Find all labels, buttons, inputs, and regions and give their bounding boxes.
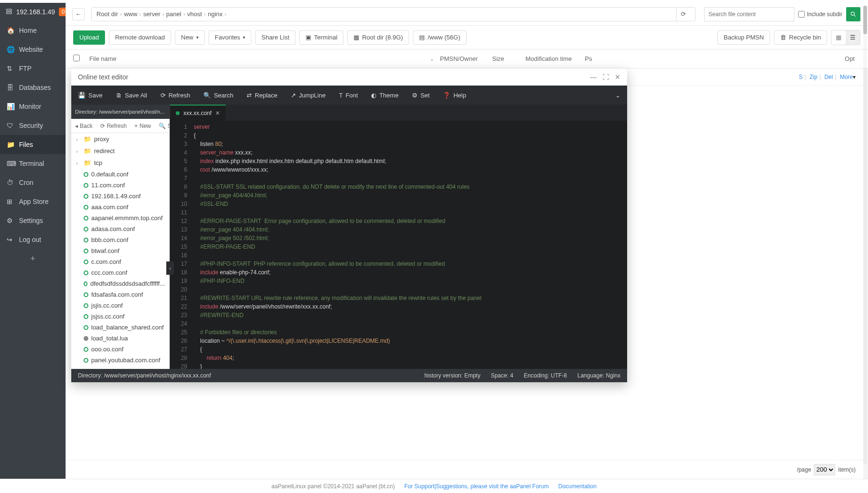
editor-replace-button[interactable]: ⇄Replace: [240, 86, 284, 105]
sidebar-item-databases[interactable]: 🗄Databases: [0, 78, 66, 97]
status-encoding[interactable]: Encoding: UTF-8: [524, 372, 567, 379]
sidebar-item-security[interactable]: 🛡Security: [0, 116, 66, 135]
tree-file[interactable]: fdsafasfa.com.conf: [71, 289, 170, 300]
editor-titlebar[interactable]: Online text editor — ⛶ ✕: [71, 68, 627, 86]
list-view-button[interactable]: ☰: [846, 30, 860, 45]
www-button[interactable]: ▤/www (56G): [413, 30, 467, 45]
breadcrumb-item[interactable]: vhost: [187, 10, 202, 18]
backup-pmsn-button[interactable]: Backup PMSN: [717, 30, 770, 45]
sidebar-item-settings[interactable]: ⚙Settings: [0, 211, 66, 230]
col-pmsn[interactable]: PMSN/Owner: [440, 55, 492, 62]
favorites-button[interactable]: Favorites▾: [209, 30, 251, 45]
sidebar-item-ftp[interactable]: ⇅FTP: [0, 59, 66, 78]
status-space[interactable]: Space: 4: [491, 372, 513, 379]
tree-file[interactable]: phpfpm_status.conf: [71, 366, 170, 369]
terminal-button[interactable]: ▣Terminal: [299, 30, 343, 45]
tree-file[interactable]: jsjis.cc.conf: [71, 300, 170, 311]
breadcrumb-item[interactable]: panel: [166, 10, 181, 18]
tree-folder[interactable]: ›📁redirect: [71, 145, 170, 157]
sidebar-add[interactable]: +: [0, 249, 66, 269]
new-button[interactable]: New▾: [175, 30, 205, 45]
col-mod[interactable]: Modification time: [525, 55, 585, 62]
tree-file[interactable]: aapanel.emmmm.top.conf: [71, 213, 170, 223]
select-all-checkbox[interactable]: [73, 55, 80, 61]
include-subdir-checkbox[interactable]: Include subdir: [798, 11, 842, 18]
sidebar-item-home[interactable]: 🏠Home: [0, 21, 66, 40]
editor-font-button[interactable]: TFont: [332, 86, 364, 105]
per-page-select[interactable]: 200: [814, 464, 835, 475]
code-content[interactable]: server{ listen 80; server_name xxx.xx; i…: [194, 123, 625, 369]
tree-file[interactable]: jsjss.cc.conf: [71, 311, 170, 322]
editor-tab[interactable]: xxx.xx.conf ✕: [170, 105, 226, 121]
search-input[interactable]: [704, 7, 794, 21]
recycle-bin-button[interactable]: 🗑Recycle bin: [774, 30, 827, 45]
status-history[interactable]: history version: Empty: [424, 372, 480, 379]
sidebar-item-files[interactable]: 📁Files: [0, 135, 66, 154]
editor-file-tree[interactable]: ›📁proxy›📁redirect›📁tcp0.default.conf11.c…: [71, 133, 170, 369]
scrollbar-thumb[interactable]: [863, 6, 867, 34]
col-ps[interactable]: Ps: [585, 55, 737, 62]
breadcrumb-item[interactable]: server: [143, 10, 160, 18]
editor-save-button[interactable]: 💾Save: [71, 86, 109, 105]
tree-file[interactable]: 0.default.conf: [71, 169, 170, 180]
editor-search-button[interactable]: 🔍Search: [197, 86, 240, 105]
tree-file[interactable]: 11.com.conf: [71, 180, 170, 191]
tree-file[interactable]: load_balance_shared.conf: [71, 322, 170, 333]
editor-saveall-button[interactable]: 🗎Save All: [109, 86, 154, 105]
sidebar-item-app-store[interactable]: ⊞App Store: [0, 192, 66, 211]
code-editor[interactable]: 1234567891011121314151617181920212223242…: [170, 121, 627, 369]
maximize-icon[interactable]: ⛶: [602, 73, 609, 81]
breadcrumb-item[interactable]: www: [124, 10, 137, 18]
tree-file[interactable]: load_total.lua: [71, 333, 170, 344]
tree-folder[interactable]: ›📁tcp: [71, 157, 170, 169]
editor-toolbar-more[interactable]: ⌄: [609, 92, 627, 99]
editor-jumpline-button[interactable]: ↗JumpLine: [284, 86, 332, 105]
share-list-button[interactable]: Share List: [255, 30, 296, 45]
rootdir-button[interactable]: ▦Root dir (8.9G): [347, 30, 409, 45]
editor-set-button[interactable]: ⚙Set: [405, 86, 437, 105]
path-back-button[interactable]: ←: [72, 8, 85, 20]
remote-download-button[interactable]: Remote download: [109, 30, 171, 45]
tree-file[interactable]: dfedfsdfdssddsdsadfcffffff...: [71, 278, 170, 289]
tree-collapse-button[interactable]: ‹: [166, 261, 174, 275]
sidebar-item-terminal[interactable]: ⌨Terminal: [0, 154, 66, 173]
tree-folder[interactable]: ›📁proxy: [71, 133, 170, 145]
row-action[interactable]: More: [840, 74, 853, 80]
footer-forum-link[interactable]: For Support|Suggestions, please visit th…: [404, 483, 549, 490]
minimize-icon[interactable]: —: [590, 73, 597, 81]
close-icon[interactable]: ✕: [615, 73, 620, 81]
row-action[interactable]: Del: [824, 74, 833, 80]
tree-file[interactable]: 192.168.1.49.conf: [71, 191, 170, 202]
tab-close-icon[interactable]: ✕: [215, 110, 220, 116]
sidebar-item-log-out[interactable]: ↪Log out: [0, 230, 66, 249]
sidebar-item-website[interactable]: 🌐Website: [0, 40, 66, 59]
row-action[interactable]: Zip: [810, 74, 818, 80]
scrollbar-track[interactable]: [863, 6, 867, 464]
row-action[interactable]: S: [799, 74, 803, 80]
tree-file[interactable]: bbb.com.conf: [71, 234, 170, 245]
footer-docs-link[interactable]: Documentation: [558, 483, 597, 490]
upload-button[interactable]: Upload: [73, 30, 105, 45]
tree-new-button[interactable]: +New: [131, 123, 155, 129]
tree-file[interactable]: adasa.com.conf: [71, 223, 170, 234]
tree-file[interactable]: ooo.oo.conf: [71, 344, 170, 355]
status-language[interactable]: Language: Nginx: [577, 372, 620, 379]
editor-theme-button[interactable]: ◐Theme: [364, 86, 405, 105]
tree-file[interactable]: ccc.com.conf: [71, 267, 170, 278]
col-size[interactable]: Size: [492, 55, 525, 62]
breadcrumb-item[interactable]: Root dir: [96, 10, 118, 18]
tree-file[interactable]: btwaf.conf: [71, 245, 170, 256]
sidebar-item-monitor[interactable]: 📊Monitor: [0, 97, 66, 116]
editor-refresh-button[interactable]: ⟳Refresh: [154, 86, 197, 105]
tree-back-button[interactable]: ◂Back: [71, 123, 96, 129]
grid-view-button[interactable]: ▦: [831, 30, 846, 45]
sidebar-item-cron[interactable]: ⏱Cron: [0, 173, 66, 192]
tree-file[interactable]: panel.youtubad.com.conf: [71, 355, 170, 366]
breadcrumb-item[interactable]: nginx: [208, 10, 222, 18]
tree-file[interactable]: c.com.conf: [71, 256, 170, 267]
tree-refresh-button[interactable]: ⟳Refresh: [96, 123, 131, 129]
editor-help-button[interactable]: ❓Help: [436, 86, 473, 105]
tree-file[interactable]: aaa.com.conf: [71, 202, 170, 213]
search-go-button[interactable]: [846, 7, 860, 21]
path-refresh-button[interactable]: ⟳: [676, 7, 690, 21]
